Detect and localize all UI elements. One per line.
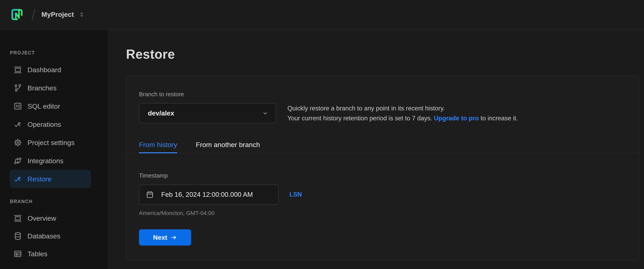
- sidebar-item-restore[interactable]: Restore: [10, 170, 91, 188]
- timezone-text: America/Moncton, GMT-04:00: [139, 210, 639, 216]
- restore-help-text: Quickly restore a branch to any point in…: [288, 103, 518, 123]
- restore-source-tabs: From history From another branch: [126, 141, 639, 153]
- restore-icon: [13, 174, 22, 184]
- branch-nav: Overview Databases Tables: [0, 209, 108, 263]
- sidebar-item-label: Branches: [28, 84, 57, 92]
- sidebar-item-sql-editor[interactable]: SQL editor: [10, 97, 91, 115]
- next-button-label: Next: [153, 234, 168, 241]
- sidebar-item-branches[interactable]: Branches: [10, 79, 91, 97]
- tab-from-another-branch[interactable]: From another branch: [196, 141, 260, 153]
- operations-icon: [13, 120, 22, 129]
- sidebar-item-dashboard[interactable]: Dashboard: [10, 61, 91, 79]
- gear-icon: [13, 138, 22, 147]
- tables-icon: [13, 250, 22, 258]
- tab-from-history[interactable]: From history: [139, 141, 177, 153]
- sidebar-item-label: Integrations: [28, 157, 64, 165]
- sidebar-item-label: Project settings: [28, 139, 74, 147]
- branches-icon: [13, 84, 22, 92]
- branch-select[interactable]: dev/alex: [139, 103, 276, 124]
- project-nav: Dashboard Branches SQL editor Operations: [0, 61, 108, 188]
- sql-editor-icon: [13, 102, 22, 111]
- sidebar-item-label: SQL editor: [28, 102, 60, 110]
- sidebar-item-label: Restore: [28, 175, 52, 183]
- breadcrumb-divider: [32, 9, 35, 20]
- neon-logo-icon[interactable]: [10, 8, 24, 21]
- sidebar-section-project: PROJECT: [10, 50, 108, 56]
- project-switcher-icon[interactable]: [79, 12, 85, 18]
- arrow-right-icon: [170, 234, 177, 241]
- branch-to-restore-label: Branch to restore: [139, 90, 639, 98]
- next-button[interactable]: Next: [139, 229, 191, 246]
- calendar-icon: [146, 190, 154, 199]
- branch-select-value: dev/alex: [148, 110, 174, 117]
- sidebar-item-label: Overview: [28, 214, 56, 222]
- sidebar-item-project-settings[interactable]: Project settings: [10, 134, 91, 152]
- timestamp-input[interactable]: Feb 16, 2024 12:00:00.000 AM: [139, 184, 278, 205]
- page-title: Restore: [126, 46, 644, 62]
- help-line-1: Quickly restore a branch to any point in…: [288, 103, 518, 113]
- timestamp-row: Feb 16, 2024 12:00:00.000 AM LSN: [139, 184, 639, 205]
- overview-icon: [13, 214, 22, 223]
- help-line-2-prefix: Your current history retention period is…: [288, 115, 434, 122]
- integrations-icon: [13, 156, 22, 165]
- databases-icon: [13, 232, 22, 240]
- help-line-2: Your current history retention period is…: [288, 113, 518, 123]
- sidebar-item-databases[interactable]: Databases: [10, 227, 91, 245]
- sidebar-item-label: Dashboard: [28, 66, 61, 74]
- topbar: MyProject: [0, 0, 644, 30]
- dashboard-icon: [13, 65, 22, 74]
- upgrade-to-pro-link[interactable]: Upgrade to pro: [434, 115, 479, 122]
- breadcrumb-project-name[interactable]: MyProject: [42, 11, 74, 18]
- sidebar-item-label: Tables: [28, 250, 47, 258]
- sidebar-item-operations[interactable]: Operations: [10, 115, 91, 134]
- lsn-link[interactable]: LSN: [290, 191, 302, 198]
- sidebar-item-integrations[interactable]: Integrations: [10, 152, 91, 170]
- main-content: Restore Branch to restore dev/alex Quick…: [109, 30, 644, 269]
- help-line-2-suffix: to increase it.: [479, 115, 518, 122]
- sidebar-item-label: Operations: [28, 120, 61, 128]
- sidebar: PROJECT Dashboard Branches SQL editor: [0, 30, 108, 269]
- sidebar-item-label: Databases: [28, 232, 60, 240]
- timestamp-label: Timestamp: [139, 172, 639, 179]
- chevron-down-icon: [262, 110, 269, 117]
- branch-row: dev/alex Quickly restore a branch to any…: [139, 103, 639, 124]
- sidebar-section-branch: BRANCH: [10, 198, 108, 204]
- sidebar-item-overview[interactable]: Overview: [10, 209, 91, 227]
- timestamp-value: Feb 16, 2024 12:00:00.000 AM: [161, 191, 253, 198]
- sidebar-item-tables[interactable]: Tables: [10, 245, 91, 263]
- restore-panel: Branch to restore dev/alex Quickly resto…: [126, 76, 639, 260]
